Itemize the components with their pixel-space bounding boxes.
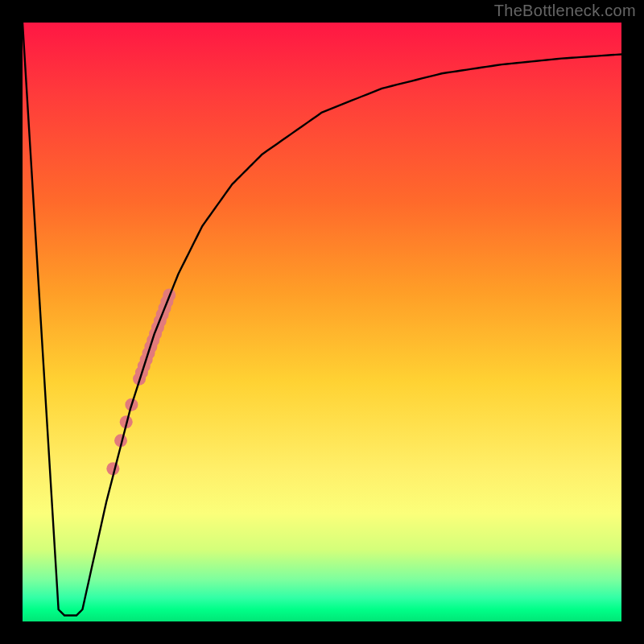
chart-frame: TheBottleneck.com xyxy=(0,0,644,644)
plot-area xyxy=(23,23,621,621)
watermark-text: TheBottleneck.com xyxy=(494,2,636,20)
